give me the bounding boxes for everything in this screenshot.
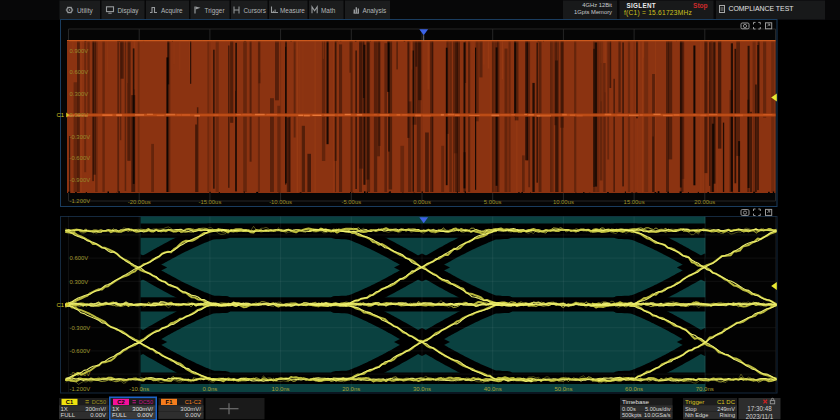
svg-text:-15.00us: -15.00us — [198, 199, 221, 205]
svg-text:0.00s: 0.00s — [622, 406, 636, 412]
svg-text:0.00V: 0.00V — [90, 412, 106, 418]
svg-text:f(C1) = 15.61723MHz: f(C1) = 15.61723MHz — [624, 9, 692, 17]
svg-text:Acquire: Acquire — [161, 7, 183, 15]
svg-text:0.00V: 0.00V — [137, 412, 153, 418]
svg-text:0.00us: 0.00us — [413, 199, 431, 205]
svg-text:300mV/: 300mV/ — [132, 406, 153, 412]
svg-text:1Gpts Memory: 1Gpts Memory — [574, 9, 612, 15]
svg-text:C1 DC: C1 DC — [717, 399, 736, 405]
svg-text:F1: F1 — [166, 399, 174, 405]
svg-text:20.00us: 20.00us — [694, 199, 715, 205]
svg-text:Stop: Stop — [685, 406, 697, 412]
svg-text:70.0ns: 70.0ns — [696, 386, 714, 392]
svg-text:-1.200V: -1.200V — [70, 198, 91, 204]
svg-text:0.300V: 0.300V — [70, 279, 89, 285]
svg-text:Stop: Stop — [693, 2, 708, 10]
svg-text:300mV/: 300mV/ — [85, 406, 106, 412]
svg-text:-0.600V: -0.600V — [70, 155, 91, 161]
svg-text:Trigger: Trigger — [205, 7, 226, 15]
svg-text:SIGLENT: SIGLENT — [627, 2, 656, 9]
svg-text:0.600V: 0.600V — [70, 69, 89, 75]
svg-text:Nth Edge: Nth Edge — [685, 412, 708, 418]
svg-text:COMPLIANCE TEST: COMPLIANCE TEST — [729, 5, 795, 12]
svg-text:10.0ns: 10.0ns — [272, 386, 290, 392]
svg-text:Analysis: Analysis — [363, 7, 387, 15]
svg-text:0.0ns: 0.0ns — [203, 386, 218, 392]
svg-text:FULL: FULL — [61, 412, 76, 418]
svg-text:-0.300V: -0.300V — [70, 134, 91, 140]
svg-text:0.300V: 0.300V — [70, 91, 89, 97]
svg-text:FULL: FULL — [112, 412, 127, 418]
svg-text:-10.00us: -10.00us — [269, 199, 292, 205]
svg-text:1X: 1X — [61, 406, 68, 412]
svg-text:-0.300V: -0.300V — [70, 325, 91, 331]
svg-text:Measure: Measure — [280, 7, 305, 14]
svg-text:Math: Math — [321, 7, 336, 14]
svg-text:C1: C1 — [57, 112, 64, 118]
svg-text:Display: Display — [118, 7, 140, 15]
svg-text:-10.0ns: -10.0ns — [129, 386, 149, 392]
svg-text:30.0ns: 30.0ns — [413, 386, 431, 392]
svg-text:50.0ns: 50.0ns — [554, 386, 572, 392]
svg-text:-20.00us: -20.00us — [128, 199, 151, 205]
svg-text:5.00us/div: 5.00us/div — [645, 406, 671, 412]
svg-text:Rising: Rising — [719, 412, 735, 418]
svg-text:-1.200V: -1.200V — [70, 386, 91, 392]
svg-text:500kpts: 500kpts — [622, 412, 642, 418]
svg-text:Timebase: Timebase — [622, 398, 649, 405]
svg-text:300mV/: 300mV/ — [180, 406, 201, 412]
svg-text:10.0GSa/s: 10.0GSa/s — [644, 412, 671, 418]
svg-text:4GHz 12Bit: 4GHz 12Bit — [582, 2, 612, 8]
svg-text:40.0ns: 40.0ns — [484, 386, 502, 392]
svg-text:0.000V: 0.000V — [70, 112, 89, 118]
svg-text:5.00us: 5.00us — [484, 199, 502, 205]
svg-text:15.00us: 15.00us — [624, 199, 645, 205]
svg-text:-0.900V: -0.900V — [70, 177, 91, 183]
svg-text:DC50: DC50 — [92, 399, 106, 405]
svg-text:C1: C1 — [66, 399, 74, 405]
svg-text:C1: C1 — [57, 302, 64, 308]
svg-text:-0.600V: -0.600V — [70, 348, 91, 354]
svg-text:C1-C2: C1-C2 — [185, 399, 201, 405]
svg-text:1X: 1X — [112, 406, 119, 412]
svg-text:2023/11/1: 2023/11/1 — [746, 413, 774, 420]
svg-text:C2: C2 — [117, 399, 124, 405]
svg-text:Cursors: Cursors — [244, 7, 266, 14]
svg-text:Utility: Utility — [77, 7, 93, 15]
svg-text:0.900V: 0.900V — [70, 48, 89, 54]
svg-text:0.600V: 0.600V — [70, 255, 89, 261]
svg-text:-5.00us: -5.00us — [341, 199, 361, 205]
svg-text:60.0ns: 60.0ns — [625, 386, 643, 392]
svg-text:17:30:48: 17:30:48 — [747, 405, 772, 412]
svg-text:Trigger: Trigger — [685, 398, 704, 405]
svg-text:DC50: DC50 — [139, 399, 153, 405]
svg-text:0.00V: 0.00V — [185, 412, 201, 418]
svg-text:20.0ns: 20.0ns — [342, 386, 360, 392]
svg-text:249mV: 249mV — [717, 406, 735, 412]
svg-text:10.00us: 10.00us — [553, 199, 574, 205]
